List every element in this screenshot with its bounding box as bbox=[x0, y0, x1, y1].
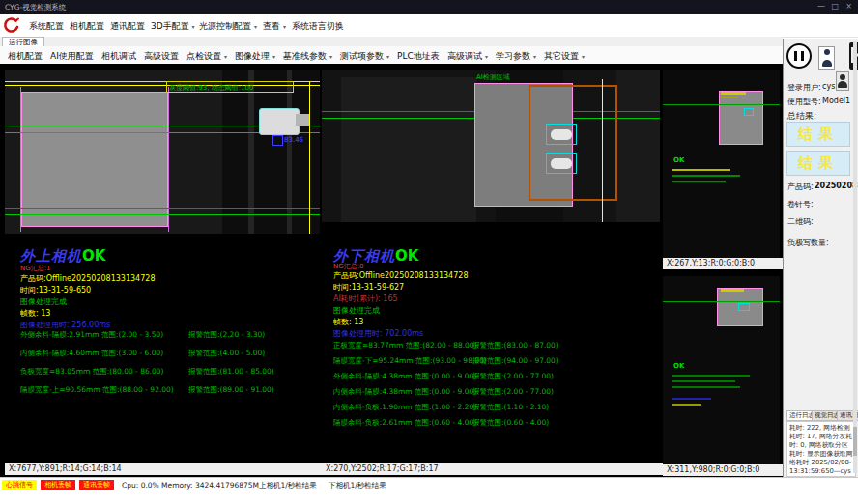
scrollbar-thumb[interactable] bbox=[853, 427, 857, 456]
roi-cell-rect bbox=[719, 91, 763, 145]
log-text: 耗时: 222, 网络检测耗时: 17, 网络分发耗时: 0, 网络获取分区耗时… bbox=[786, 421, 856, 477]
camera-image-lower[interactable]: AI检测区域 bbox=[322, 70, 660, 222]
image-rail bbox=[287, 70, 292, 234]
tiny-text-bar bbox=[672, 386, 740, 388]
tool-plc-address[interactable]: PLC地址表 bbox=[397, 50, 440, 63]
tool-image-processing[interactable]: 图像处理 ▾ bbox=[235, 50, 275, 63]
tiny-text-bar bbox=[672, 169, 730, 171]
tool-baseline-params[interactable]: 基准线参数 ▾ bbox=[283, 50, 332, 63]
ng-summary: NG汇总:1 bbox=[20, 264, 50, 273]
roi-cyan-box bbox=[744, 108, 754, 116]
alarm-range: 报警范围:(81.00 - 85.00) bbox=[188, 367, 274, 377]
measurement-row: 隔膜宽度-上=90.56mm 范围:(88.00 - 92.00) bbox=[20, 385, 174, 395]
measurement-row: 正极宽度=83.77mm 范围:(82.00 - 88.00) bbox=[333, 341, 477, 350]
proc-time-line: 图像处理用时: 256.00ms bbox=[20, 320, 110, 330]
time-line: 时间:13-31-59-650 bbox=[20, 285, 91, 295]
frame-count-line: 帧数: 13 bbox=[20, 308, 50, 319]
user-icon-button[interactable] bbox=[818, 46, 835, 70]
overlay-purple-line bbox=[20, 87, 21, 232]
chevron-down-icon: ▾ bbox=[329, 53, 332, 60]
camera-thumb-bottom-image[interactable]: OK bbox=[663, 276, 780, 464]
chevron-down-icon: ▾ bbox=[485, 53, 488, 60]
overlay-green-line bbox=[5, 208, 320, 209]
write-count-label: 负极写数量: bbox=[787, 238, 829, 248]
login-user-value: cys bbox=[822, 82, 835, 91]
measurement-row: 内侧余料-负极:1.90mm 范围:(1.00 - 2.20) bbox=[333, 403, 476, 412]
menu-item-view[interactable]: 查看 ▾ bbox=[263, 20, 286, 33]
title-bar: CYG-视觉检测系统 — □ × bbox=[0, 0, 858, 14]
pause-button[interactable] bbox=[786, 43, 812, 69]
model-value[interactable]: Model1 bbox=[822, 97, 850, 105]
camera-thumb-top[interactable]: OK X:267,Y:13;R:0;G:0;B:0 bbox=[663, 70, 780, 269]
chevron-down-icon: ▾ bbox=[283, 23, 286, 30]
tiny-text-bar bbox=[672, 398, 711, 400]
close-button[interactable]: × bbox=[845, 2, 852, 11]
chevron-down-icon: ▾ bbox=[224, 53, 227, 60]
product-code-line: 产品码:Offline20250208133134728 bbox=[20, 273, 155, 284]
chevron-down-icon: ▾ bbox=[254, 23, 257, 30]
upper-camera-result-link[interactable]: 上相机1/秒检结果 bbox=[259, 481, 317, 490]
alarm-range: 报警范围:(83.00 - 87.00) bbox=[472, 341, 558, 350]
cpu-memory-status: Cpu: 0.0% Memory: 3424.41796875M bbox=[122, 481, 259, 490]
overlay-green-line bbox=[5, 214, 320, 215]
tiny-label-bar bbox=[721, 92, 746, 95]
menu-item-system-config[interactable]: 系统配置 bbox=[29, 20, 64, 33]
camera-view-lower[interactable]: AI检测区域 外下相机OK NG汇总:0 产品码:Offline20250208… bbox=[322, 70, 660, 475]
menu-item-language-switch[interactable]: 系统语言切换 bbox=[292, 20, 344, 33]
menu-item-comm-config[interactable]: 通讯配置 bbox=[110, 20, 145, 33]
tool-advanced-debug[interactable]: 高级调试 ▾ bbox=[447, 50, 488, 63]
measurement-row: 内侧余料-隔膜:4.38mm 范围:(0.00 - 9.00) bbox=[333, 387, 476, 397]
tool-other-settings[interactable]: 其它设置 ▾ bbox=[544, 50, 585, 63]
menu-item-camera-config[interactable]: 相机配置 bbox=[70, 20, 104, 33]
menu-item-3d-config[interactable]: 3D手配置 ▾ bbox=[151, 20, 195, 33]
measurement-row: 隔膜宽度-下=95.24mm 范围:(93.00 - 98.00) bbox=[333, 356, 487, 366]
app-window: CYG-视觉检测系统 — □ × 系统配置 相机配置 通讯配置 3D手配置 ▾ … bbox=[0, 0, 858, 504]
overlay-green-line bbox=[663, 301, 780, 302]
camera-thumb-top-image[interactable]: OK bbox=[663, 70, 780, 258]
tool-advanced-settings[interactable]: 高级设置 bbox=[144, 50, 179, 63]
threshold-label: 灰度阈值:93, 动态阈值:100 bbox=[169, 83, 253, 93]
product-code-label: 产品码: bbox=[787, 182, 814, 192]
result-ok: OK bbox=[395, 247, 418, 265]
tiny-text-bar bbox=[672, 404, 701, 406]
overlay-yellow-vline bbox=[602, 79, 603, 222]
tool-learning-params[interactable]: 学习参数 ▾ bbox=[496, 50, 536, 63]
tool-ai-config[interactable]: AI使用配置 bbox=[50, 50, 94, 63]
tool-camera-debug[interactable]: 相机调试 bbox=[101, 50, 136, 63]
camera-image-upper[interactable]: 灰度阈值:93, 动态阈值:100 83.46 bbox=[5, 70, 320, 234]
proc-time-line: 图像处理用时: 702.00ms bbox=[333, 328, 423, 339]
measurement-row: 外侧余料-隔膜:4.38mm 范围:(0.00 - 9.00) bbox=[333, 372, 476, 381]
chevron-down-icon: ▾ bbox=[272, 53, 275, 60]
user-switch-icon[interactable] bbox=[836, 71, 849, 91]
tiny-text-bar bbox=[672, 181, 726, 182]
camera-thumb-bottom[interactable]: OK X:311,Y:980;R:0;G:0;B:0 bbox=[663, 276, 780, 476]
camera-view-upper[interactable]: 灰度阈值:93, 动态阈值:100 83.46 外上相机OK NG汇总:1 产品… bbox=[5, 70, 320, 475]
panel-scrollbar[interactable] bbox=[853, 41, 857, 473]
tool-spot-check[interactable]: 点检设置 ▾ bbox=[186, 50, 227, 63]
tool-test-params[interactable]: 测试项参数 ▾ bbox=[340, 50, 389, 63]
ai-region-label: AI检测区域 bbox=[476, 72, 510, 82]
menu-item-light-control[interactable]: 光源控制配置 ▾ bbox=[199, 20, 257, 33]
tool-camera-config[interactable]: 相机配置 bbox=[8, 50, 43, 63]
chevron-down-icon: ▾ bbox=[582, 53, 585, 60]
camera-name: 外上相机 bbox=[20, 247, 82, 265]
lower-camera-result-link[interactable]: 下相机1/秒检结果 bbox=[329, 481, 386, 490]
roi-cyan-box bbox=[546, 153, 577, 174]
comm-dropframe-badge: 通讯丢帧 bbox=[79, 480, 114, 490]
alarm-range: 报警范围:(4.00 - 5.00) bbox=[188, 349, 265, 358]
tiny-text-bar bbox=[672, 375, 750, 377]
camera-result-title: 外上相机OK bbox=[20, 246, 105, 266]
menu-bar: 系统配置 相机配置 通讯配置 3D手配置 ▾ 光源控制配置 ▾ 查看 ▾ 系统语… bbox=[0, 14, 858, 38]
measurement-row: 隔膜余料-负极:2.61mm 范围:(0.60 - 4.00) bbox=[333, 418, 476, 428]
minimize-button[interactable]: — bbox=[817, 2, 825, 11]
measurement-row: 外侧余料-隔膜:2.91mm 范围:(2.00 - 3.50) bbox=[20, 330, 163, 340]
pixel-coords-strip: X:7677,Y:891;R:14;G:14;B:14 bbox=[5, 463, 324, 475]
window-title: CYG-视觉检测系统 bbox=[5, 3, 66, 13]
maximize-button[interactable]: □ bbox=[831, 2, 839, 11]
login-user-label: 登录用户: bbox=[787, 82, 821, 93]
app-logo-icon bbox=[3, 16, 20, 38]
time-line: 时间:13-31-59-627 bbox=[333, 282, 404, 293]
done-line: 图像处理完成 bbox=[20, 296, 67, 307]
done-line: 图像处理完成 bbox=[333, 305, 380, 316]
side-panel: 登录用户: cys 使用型号: Model1 总结果: 结果 结果 产品码: 2… bbox=[783, 39, 858, 477]
